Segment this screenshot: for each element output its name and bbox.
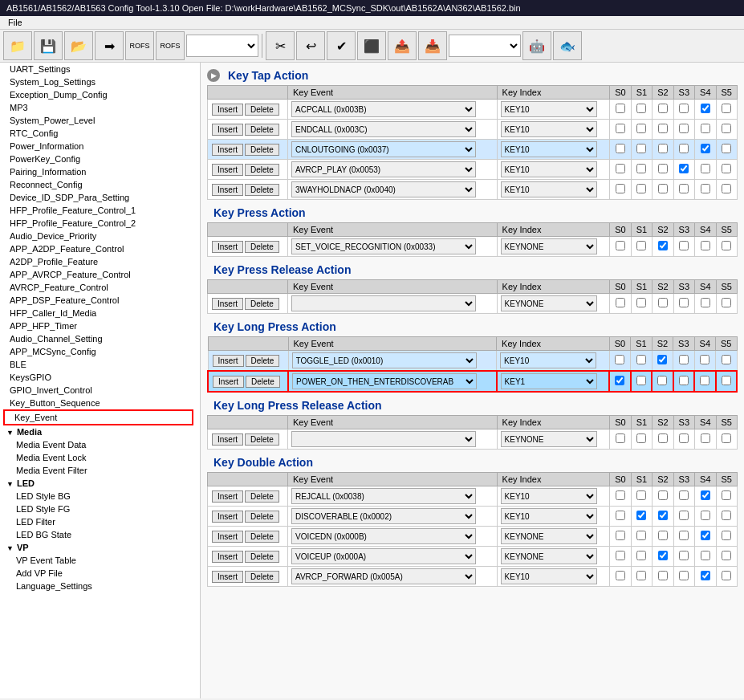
s4-checkbox[interactable] — [701, 490, 710, 500]
s3-checkbox[interactable] — [679, 355, 689, 364]
s5-checkbox[interactable] — [722, 511, 731, 520]
sidebar-item-exception[interactable]: Exception_Dump_Config — [0, 88, 200, 101]
s5-checkbox[interactable] — [722, 184, 731, 193]
s4-checkbox[interactable] — [701, 124, 710, 133]
delete-button[interactable]: Delete — [245, 184, 279, 196]
sidebar-item-hfp1[interactable]: HFP_Profile_Feature_Control_1 — [0, 204, 200, 217]
s5-checkbox[interactable] — [722, 124, 731, 133]
s5-checkbox[interactable] — [722, 164, 731, 173]
delete-button[interactable]: Delete — [245, 124, 279, 136]
s2-checkbox[interactable] — [658, 241, 668, 250]
s2-checkbox[interactable] — [658, 124, 668, 133]
s3-checkbox[interactable] — [679, 184, 689, 193]
s4-checkbox[interactable] — [701, 164, 710, 173]
s3-checkbox[interactable] — [679, 164, 689, 173]
s0-checkbox[interactable] — [616, 241, 625, 250]
toolbar-check[interactable]: ✔ — [327, 31, 356, 60]
toolbar-android[interactable]: 🤖 — [522, 31, 551, 60]
key-index-select[interactable]: KEY10 — [501, 141, 597, 157]
key-event-select[interactable]: DISCOVERABLE (0x0002) — [291, 508, 476, 524]
insert-button[interactable]: Insert — [212, 551, 243, 563]
toolbar-cut[interactable]: ✂ — [266, 31, 295, 60]
toolbar-open[interactable]: 📁 — [3, 31, 32, 60]
insert-button[interactable]: Insert — [212, 164, 243, 176]
sidebar-item-mcsync[interactable]: APP_MCSync_Config — [0, 345, 200, 358]
s0-checkbox[interactable] — [615, 355, 624, 364]
s1-checkbox[interactable] — [636, 531, 646, 540]
sidebar-item-avrcp[interactable]: AVRCP_Feature_Control — [0, 281, 200, 294]
insert-button[interactable]: Insert — [212, 433, 243, 446]
s2-checkbox[interactable] — [657, 376, 667, 385]
delete-button[interactable]: Delete — [245, 511, 279, 523]
s0-checkbox[interactable] — [616, 551, 625, 560]
toolbar-dropdown2[interactable] — [449, 35, 521, 57]
key-event-select[interactable]: SET_VOICE_RECOGNITION (0x0033) — [291, 238, 476, 254]
s2-checkbox[interactable] — [658, 490, 668, 500]
key-index-select[interactable]: KEYNONE — [501, 295, 597, 311]
s5-checkbox[interactable] — [722, 144, 731, 153]
s1-checkbox[interactable] — [636, 184, 646, 193]
sidebar-item-avrcp-app[interactable]: APP_AVRCP_Feature_Control — [0, 268, 200, 281]
sidebar-item-pairing[interactable]: Pairing_Information — [0, 165, 200, 178]
key-index-select[interactable]: KEY10 — [501, 161, 597, 177]
key-index-select[interactable]: KEY1 — [501, 373, 597, 389]
key-index-select[interactable]: KEY10 — [501, 121, 597, 137]
sidebar-item-audio-device[interactable]: Audio_Device_Priority — [0, 230, 200, 242]
s2-checkbox[interactable] — [658, 144, 668, 153]
s2-checkbox[interactable] — [658, 571, 668, 580]
key-index-select[interactable]: KEY10 — [500, 352, 596, 368]
toolbar-export[interactable]: ➡ — [95, 31, 124, 60]
s2-checkbox[interactable] — [658, 433, 668, 443]
s0-checkbox[interactable] — [616, 184, 625, 193]
toolbar-load[interactable]: 📂 — [64, 31, 93, 60]
toolbar-block[interactable]: ⬛ — [357, 31, 386, 60]
s5-checkbox[interactable] — [722, 433, 731, 443]
s2-checkbox[interactable] — [658, 531, 668, 540]
key-event-select[interactable]: AVRCP_FORWARD (0x005A) — [291, 568, 476, 584]
s5-checkbox[interactable] — [722, 531, 731, 540]
s3-checkbox[interactable] — [679, 104, 689, 113]
sidebar-item-rtc[interactable]: RTC_Config — [0, 127, 200, 140]
s0-checkbox[interactable] — [616, 164, 625, 173]
s4-checkbox[interactable] — [701, 571, 710, 580]
s1-checkbox[interactable] — [636, 433, 646, 443]
delete-button[interactable]: Delete — [245, 571, 279, 583]
s1-checkbox[interactable] — [636, 490, 646, 500]
insert-button[interactable]: Insert — [212, 571, 243, 583]
insert-button[interactable]: Insert — [212, 511, 243, 523]
s0-checkbox[interactable] — [615, 376, 624, 385]
s1-checkbox[interactable] — [636, 511, 646, 520]
insert-button[interactable]: Insert — [212, 124, 243, 136]
key-event-select[interactable]: VOICEUP (0x000A) — [291, 548, 476, 564]
sidebar-item-media-filter[interactable]: Media Event Filter — [0, 464, 200, 477]
s2-checkbox[interactable] — [657, 355, 667, 364]
insert-button[interactable]: Insert — [212, 241, 243, 253]
s0-checkbox[interactable] — [616, 531, 625, 540]
key-event-select[interactable]: TOGGLE_LED (0x0010) — [292, 352, 477, 368]
insert-button[interactable]: Insert — [213, 376, 244, 388]
sidebar-item-mp3[interactable]: MP3 — [0, 101, 200, 114]
sidebar-item-language[interactable]: Language_Settings — [0, 580, 200, 592]
sidebar-item-a2dp-profile[interactable]: A2DP_Profile_Feature — [0, 255, 200, 268]
s4-checkbox[interactable] — [701, 104, 710, 113]
s3-checkbox[interactable] — [679, 433, 689, 443]
key-index-select[interactable]: KEY10 — [501, 508, 597, 524]
s0-checkbox[interactable] — [616, 433, 625, 443]
sidebar-item-powerkey[interactable]: PowerKey_Config — [0, 153, 200, 165]
s4-checkbox[interactable] — [701, 433, 710, 443]
s1-checkbox[interactable] — [636, 571, 646, 580]
s0-checkbox[interactable] — [616, 298, 625, 307]
key-index-select[interactable]: KEYNONE — [501, 238, 597, 254]
s3-checkbox[interactable] — [679, 241, 689, 250]
s3-checkbox[interactable] — [679, 144, 689, 153]
delete-button[interactable]: Delete — [246, 376, 280, 388]
key-index-select[interactable]: KEYNONE — [501, 548, 597, 564]
s1-checkbox[interactable] — [636, 376, 646, 385]
delete-button[interactable]: Delete — [245, 241, 279, 253]
s1-checkbox[interactable] — [636, 164, 646, 173]
s1-checkbox[interactable] — [636, 355, 646, 364]
sidebar-item-ble[interactable]: BLE — [0, 358, 200, 371]
sidebar-item-device-id[interactable]: Device_ID_SDP_Para_Setting — [0, 191, 200, 204]
s2-checkbox[interactable] — [658, 511, 668, 520]
key-index-select[interactable]: KEY10 — [501, 568, 597, 584]
